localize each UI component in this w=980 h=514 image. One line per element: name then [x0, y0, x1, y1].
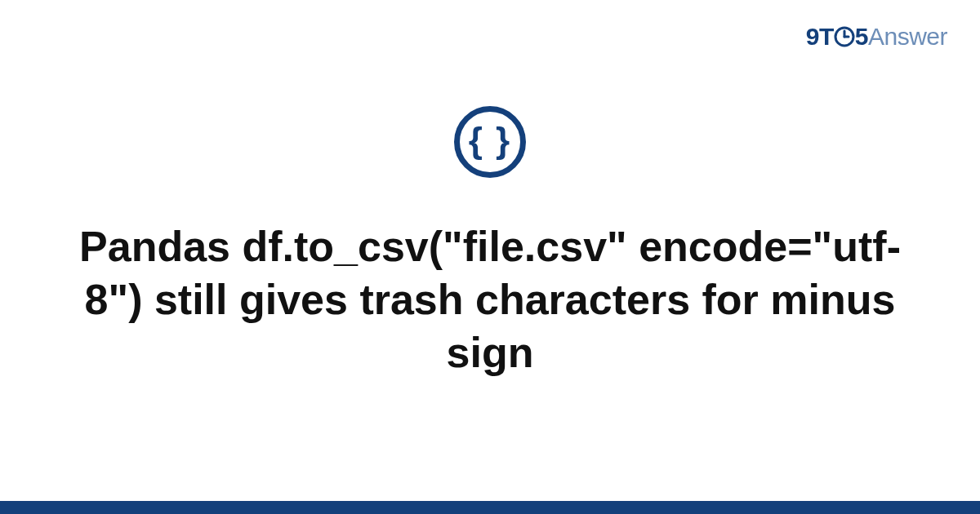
logo-part-5: 5: [855, 23, 868, 50]
main-content: { } Pandas df.to_csv("file.csv" encode="…: [0, 106, 980, 379]
logo-clock-icon: [834, 23, 855, 51]
footer-bar: [0, 501, 980, 514]
question-title: Pandas df.to_csv("file.csv" encode="utf-…: [0, 220, 980, 379]
braces-icon: { }: [469, 122, 511, 158]
category-icon-circle: { }: [454, 106, 526, 178]
logo-part-answer: Answer: [868, 23, 947, 50]
site-logo: 9T5Answer: [806, 23, 947, 51]
logo-part-9: 9: [806, 23, 819, 50]
logo-part-t: T: [819, 23, 834, 50]
